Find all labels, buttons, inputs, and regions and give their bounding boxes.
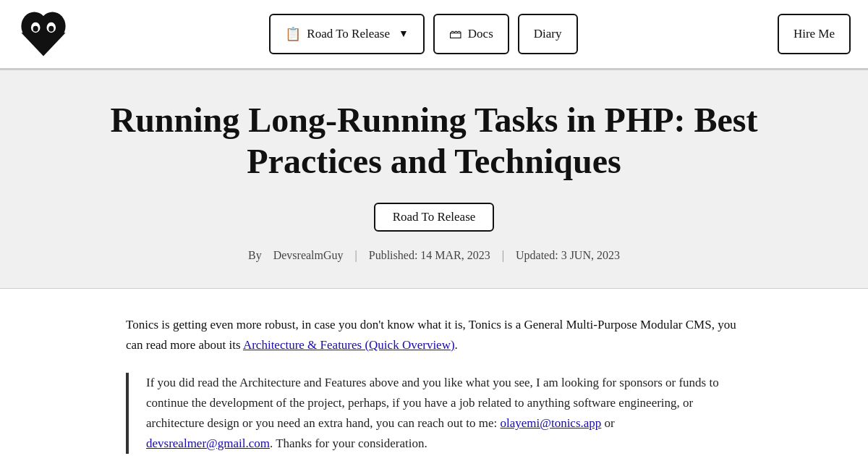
meta-sep-1: | bbox=[355, 249, 357, 262]
blockquote-text: If you did read the Architecture and Fea… bbox=[146, 376, 719, 430]
email1-text: olayemi@tonics.app bbox=[501, 416, 602, 430]
nav-hire-me[interactable]: Hire Me bbox=[778, 14, 851, 54]
article-body: Tonics is getting even more robust, in c… bbox=[109, 289, 760, 456]
logo-area bbox=[17, 8, 69, 60]
nav-road-to-release[interactable]: 📋 Road To Release ▼ bbox=[269, 14, 425, 54]
architecture-link-text: Architecture & Features (Quick Overview) bbox=[243, 338, 455, 352]
intro-paragraph: Tonics is getting even more robust, in c… bbox=[126, 315, 742, 355]
email2-link[interactable]: devsrealmer@gmail.com bbox=[146, 436, 270, 450]
nav-right: Hire Me bbox=[778, 14, 851, 54]
chevron-down-icon: ▼ bbox=[399, 28, 409, 40]
nav-hire-me-label: Hire Me bbox=[793, 27, 835, 41]
road-icon: 📋 bbox=[285, 26, 301, 42]
svg-point-5 bbox=[33, 26, 38, 32]
intro-suffix: . bbox=[455, 338, 458, 352]
email1-link[interactable]: olayemi@tonics.app bbox=[501, 416, 602, 430]
email2-text: devsrealmer@gmail.com bbox=[146, 436, 270, 450]
nav-diary[interactable]: Diary bbox=[518, 14, 578, 54]
nav-docs[interactable]: 🗃 Docs bbox=[433, 14, 509, 54]
article-header: Running Long-Running Tasks in PHP: Best … bbox=[0, 70, 868, 289]
docs-icon: 🗃 bbox=[449, 27, 462, 42]
nav-road-to-release-label: Road To Release bbox=[307, 27, 390, 41]
article-title: Running Long-Running Tasks in PHP: Best … bbox=[109, 99, 760, 182]
sponsorship-blockquote: If you did read the Architecture and Fea… bbox=[126, 373, 742, 454]
category-badge-wrapper: Road To Release bbox=[17, 203, 851, 249]
svg-marker-2 bbox=[21, 33, 65, 56]
blockquote-suffix: . Thanks for your consideration. bbox=[270, 436, 427, 450]
nav-docs-label: Docs bbox=[468, 27, 493, 41]
architecture-link[interactable]: Architecture & Features (Quick Overview) bbox=[243, 338, 455, 352]
updated-date: Updated: 3 JUN, 2023 bbox=[516, 249, 620, 262]
author-name: DevsrealmGuy bbox=[273, 249, 344, 262]
published-date: Published: 14 MAR, 2023 bbox=[369, 249, 490, 262]
main-nav: 📋 Road To Release ▼ 🗃 Docs Diary bbox=[81, 14, 766, 54]
category-badge[interactable]: Road To Release bbox=[374, 203, 495, 232]
article-meta: By DevsrealmGuy | Published: 14 MAR, 202… bbox=[17, 249, 851, 262]
blockquote-or: or bbox=[601, 416, 614, 430]
site-header: 📋 Road To Release ▼ 🗃 Docs Diary Hire Me bbox=[0, 0, 868, 69]
meta-sep-2: | bbox=[502, 249, 504, 262]
svg-point-6 bbox=[48, 26, 54, 32]
site-logo bbox=[17, 8, 69, 60]
nav-diary-label: Diary bbox=[534, 27, 562, 41]
author-prefix: By bbox=[248, 249, 262, 262]
